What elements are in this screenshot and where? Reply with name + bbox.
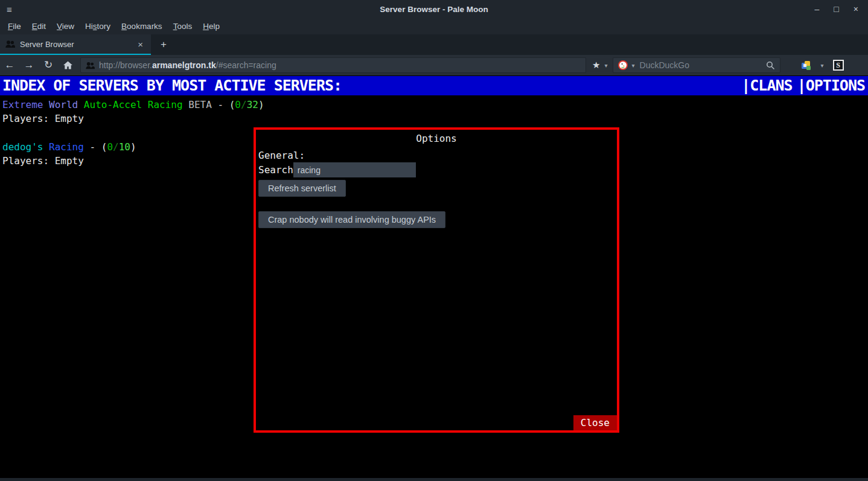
server-name-segment: World xyxy=(49,99,84,110)
menu-bookmarks[interactable]: Bookmarks xyxy=(116,22,168,31)
search-engine-input[interactable] xyxy=(639,60,763,71)
search-input[interactable] xyxy=(293,162,416,177)
dialog-title: Options xyxy=(256,133,617,144)
server-name[interactable]: Extreme World Auto-Accel Racing BETA - (… xyxy=(2,98,868,112)
server-name-segment xyxy=(43,141,49,153)
server-name-segment: 0 xyxy=(107,141,113,153)
server-name-segment: 32 xyxy=(247,99,258,110)
menu-history[interactable]: History xyxy=(80,22,116,31)
url-domain: armanelgtron.tk xyxy=(152,60,216,70)
close-button[interactable]: Close xyxy=(573,415,617,430)
server-name-segment: - xyxy=(84,141,101,153)
menubar-items: FileEditViewHistoryBookmarksToolsHelp xyxy=(0,18,868,34)
header-link-options[interactable]: |OPTIONS xyxy=(797,76,865,95)
menu-help[interactable]: Help xyxy=(197,22,225,31)
server-players: Players: Empty xyxy=(2,112,868,126)
window-bottom-border xyxy=(0,478,868,481)
titlebar: ≡ Server Browser - Pale Moon – □ × xyxy=(0,0,868,18)
server-name-segment: BETA xyxy=(183,99,212,110)
server-name-segment: Racing xyxy=(49,141,84,153)
bookmark-caret-icon[interactable]: ▾ xyxy=(604,62,607,69)
close-window-button[interactable]: × xyxy=(854,4,858,14)
server-name-segment: Extreme xyxy=(2,99,49,110)
magnifier-icon[interactable] xyxy=(766,61,775,70)
navigation-bar: ← → ↻ http://browser.armanelgtron.tk/#se… xyxy=(0,55,868,75)
server-name-segment: ) xyxy=(130,141,136,153)
search-label: Search xyxy=(258,164,293,176)
crap-apis-button[interactable]: Crap nobody will read involving buggy AP… xyxy=(258,211,445,228)
tab-close-icon[interactable]: × xyxy=(138,39,143,49)
header-link-clans[interactable]: |CLANS xyxy=(741,76,792,95)
server-name-segment: ) xyxy=(258,99,264,110)
page-header: INDEX OF SERVERS BY MOST ACTIVE SERVERS:… xyxy=(0,76,868,95)
server-name-segment: - xyxy=(212,99,229,110)
new-tab-button[interactable]: + xyxy=(155,34,173,55)
server-name-segment: ( xyxy=(229,99,235,110)
server-entry[interactable]: Extreme World Auto-Accel Racing BETA - (… xyxy=(2,98,868,126)
menu-edit[interactable]: Edit xyxy=(27,22,51,31)
server-name-segment: Auto-Accel Racing xyxy=(84,99,183,110)
back-button[interactable]: ← xyxy=(0,57,19,73)
tab-label: Server Browser xyxy=(20,40,138,49)
refresh-serverlist-button[interactable]: Refresh serverlist xyxy=(258,180,346,197)
url-path: /#search=racing xyxy=(216,60,276,70)
page-content: INDEX OF SERVERS BY MOST ACTIVE SERVERS:… xyxy=(0,75,868,478)
addon-caret-icon[interactable]: ▾ xyxy=(820,62,823,69)
maximize-button[interactable]: □ xyxy=(834,4,838,14)
home-icon[interactable] xyxy=(58,60,77,70)
tab-bar: Server Browser × + xyxy=(0,34,868,55)
menu-tools[interactable]: Tools xyxy=(168,22,198,31)
server-name-segment: dedog's xyxy=(2,141,43,153)
menu-file[interactable]: File xyxy=(2,22,27,31)
url-bar[interactable]: http://browser.armanelgtron.tk/#search=r… xyxy=(80,57,586,73)
bookmark-star-icon[interactable]: ★ xyxy=(592,60,600,71)
tab-server-browser[interactable]: Server Browser × xyxy=(0,34,151,55)
server-name-segment: / xyxy=(113,141,119,153)
window-title: Server Browser - Pale Moon xyxy=(0,5,868,14)
duckduckgo-icon[interactable] xyxy=(618,60,628,70)
people-icon xyxy=(86,61,95,70)
server-name-segment: 0 xyxy=(235,99,241,110)
server-name-segment: ( xyxy=(101,141,107,153)
server-name-segment: / xyxy=(241,99,247,110)
url-scheme: http://browser. xyxy=(99,60,152,70)
menu-view[interactable]: View xyxy=(51,22,80,31)
search-bar[interactable]: ▾ xyxy=(613,57,780,73)
search-engine-caret-icon[interactable]: ▾ xyxy=(631,62,634,69)
s-extension-icon[interactable]: S xyxy=(833,60,844,71)
forward-button[interactable]: → xyxy=(19,57,39,73)
reload-button[interactable]: ↻ xyxy=(39,57,58,73)
options-dialog: Options General: Search Refresh serverli… xyxy=(254,127,619,433)
minimize-button[interactable]: – xyxy=(815,4,820,14)
extension-icon[interactable] xyxy=(801,60,811,71)
hamburger-menu-icon[interactable]: ≡ xyxy=(7,4,12,14)
general-section-label: General: xyxy=(258,150,617,161)
server-name-segment: 10 xyxy=(119,141,130,153)
header-links: |CLANS|OPTIONS xyxy=(741,76,868,95)
people-icon xyxy=(5,39,15,49)
page-title: INDEX OF SERVERS BY MOST ACTIVE SERVERS: xyxy=(0,76,342,95)
